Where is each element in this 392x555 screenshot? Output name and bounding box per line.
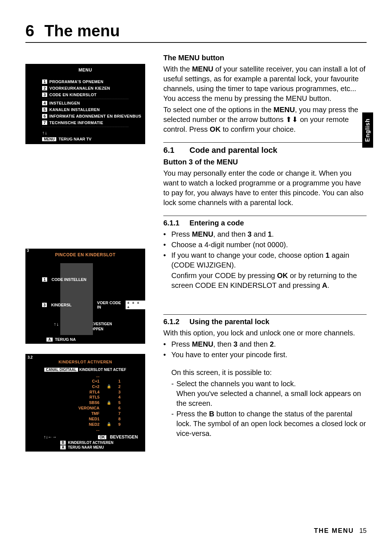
paragraph: Confirm your CODE by pressing OK or by r…	[171, 271, 367, 290]
channel-row: ...	[47, 373, 123, 379]
menu-item-label: KANALEN INSTALLEREN	[49, 107, 100, 112]
menu-item-number: 7	[42, 121, 47, 125]
menu-title: MENU	[25, 64, 145, 78]
chapter-title-text: The menu	[44, 22, 120, 40]
popup-overlay	[60, 263, 93, 335]
menu-item-label: TECHNISCHE INFORMATIE	[49, 121, 103, 125]
kinderslot-screenshot: 3.2 KINDERSLOT ACTIVEREN CANAL DIGITAAL …	[25, 354, 145, 452]
channel-row: NED18	[47, 416, 123, 422]
channel-name: C+2	[47, 384, 99, 389]
menu-key: MENU	[42, 137, 56, 141]
channel-number: 7	[118, 411, 123, 416]
a-text: TERUG NAAR MENU	[68, 445, 104, 449]
chapter-heading: 6 The menu	[25, 22, 367, 40]
paragraph: With the MENU of your satellite receiver…	[163, 64, 367, 103]
option-label: CODE INSTELLEN	[52, 277, 86, 282]
channel-number: 5	[118, 400, 123, 405]
channel-name: RTL4	[47, 389, 99, 395]
divider	[25, 42, 367, 43]
paragraph: On this screen, it is possible to:	[171, 368, 367, 378]
menu-item-number: 1	[42, 79, 47, 84]
channel-name: RTL5	[47, 395, 99, 400]
status-label: KINDERSLOT NIET ACTIEF	[79, 368, 126, 372]
channel-name: SBS6	[47, 400, 99, 405]
menu-item: 2VOORKEURKANALEN KIEZEN	[25, 85, 145, 91]
section-6.1-heading: 6.1Code and parental lock	[163, 145, 367, 156]
option-label: KINDERSL	[51, 303, 72, 307]
ok-key: OK	[98, 435, 106, 439]
channel-name: NED2	[47, 422, 99, 427]
paragraph: You may personally enter the code or cha…	[163, 168, 367, 208]
channel-name: TMF	[47, 411, 99, 416]
menu-button-heading: The MENU button	[163, 53, 367, 63]
option-number: 1	[42, 277, 47, 282]
bullet-item: • Press MENU, and then 3 and 1.	[163, 229, 367, 239]
channel-number: 6	[118, 405, 123, 411]
paragraph: With this option, you lock and unlock on…	[163, 328, 367, 338]
footer-label: THE MENU	[314, 527, 354, 534]
menu-item-number: 5	[42, 107, 47, 112]
menu-item-number: 4	[42, 101, 47, 105]
section-divider	[163, 142, 367, 143]
pincode-title: PINCODE EN KINDERSLOT	[25, 249, 145, 263]
channel-row: NED2🔒9	[47, 422, 123, 427]
channel-name: ...	[47, 373, 99, 379]
channel-row: VERONICA6	[47, 405, 123, 411]
menu-item: 4INSTELLINGEN	[25, 100, 145, 106]
bullet-item: • Choose a 4-digit number (not 0000).	[163, 240, 367, 250]
body-column: The MENU button With the MENU of your sa…	[163, 53, 367, 439]
channel-number: 2	[118, 384, 123, 389]
menu-item-number: 3	[42, 93, 47, 97]
channel-number: 8	[118, 416, 123, 422]
page-number: 15	[359, 527, 367, 534]
lock-icon: 🔒	[107, 400, 111, 405]
channel-number: 3	[118, 389, 123, 395]
a-foot-text: TERUG NA	[55, 337, 75, 342]
menu-item-label: VOORKEURKANALEN KIEZEN	[49, 86, 110, 90]
channel-name: VERONICA	[47, 405, 99, 411]
menu-item: 7TECHNISCHE INFORMATIE	[25, 119, 145, 126]
channel-number: 4	[118, 395, 123, 400]
b-text: KINDERSLOT ACTIVEREN	[68, 441, 113, 445]
menu-item-number: 2	[42, 86, 47, 90]
a-key: A	[46, 338, 53, 342]
pincode-screenshot: 3 PINCODE EN KINDERSLOT 1 CODE INSTELLEN…	[25, 249, 145, 344]
menu-item-number: 6	[42, 114, 47, 118]
chapter-number: 6	[25, 22, 40, 40]
page-footer: THE MENU 15	[314, 527, 367, 535]
dash-item: - Select the channels you want to lock.W…	[171, 379, 367, 408]
section-divider	[163, 216, 367, 216]
a-key: A	[60, 445, 66, 449]
channel-row: RTL43	[47, 389, 123, 395]
channel-name: C+1	[47, 379, 99, 384]
menu-item: 5KANALEN INSTALLEREN	[25, 106, 145, 113]
arrow-up-down-icon	[42, 130, 48, 135]
channel-row: C+2🔒2	[47, 384, 123, 389]
bullet-item: • Press MENU, then 3 and then 2.	[163, 339, 367, 349]
section-6.1.2-heading: 6.1.2Using the parental lock	[163, 317, 367, 327]
button3-heading: Button 3 of the MENU	[163, 157, 367, 167]
bullet-item: • You have to enter your pincode first.	[163, 350, 367, 360]
channel-row: TMF7	[47, 411, 123, 416]
arrow-icons: ⬆⬇	[286, 115, 298, 123]
menu-foot-text: TERUG NAAR TV	[58, 137, 91, 141]
menu-screenshot: MENU 1PROGRAMMA'S OPNEMEN2VOORKEURKANALE…	[25, 64, 145, 144]
menu-item: 6INFORMATIE ABONNEMENT EN BRIEVENBUS	[25, 113, 145, 119]
screen-index: 3.2	[28, 355, 33, 359]
enter-code-label: VOER CODE IN	[97, 301, 124, 309]
channel-row: C+11	[47, 379, 123, 384]
b-key: B	[60, 441, 66, 445]
menu-item-label: INSTELLINGEN	[49, 101, 80, 105]
language-tab: English	[362, 113, 373, 148]
ok-text: BEVESTIGEN	[110, 434, 138, 440]
section-divider	[163, 314, 367, 315]
channel-row: SBS6🔒5	[47, 400, 123, 405]
arrow-all-icon	[44, 434, 57, 440]
menu-item: 3CODE EN KINDERSLOT	[25, 91, 145, 98]
channel-name: ...	[47, 427, 99, 432]
menu-item: 1PROGRAMMA'S OPNEMEN	[25, 78, 145, 85]
bullet-item: • If you want to change your code, choos…	[163, 250, 367, 270]
provider-label: CANAL DIGITAAL	[44, 368, 78, 372]
channel-number: 1	[118, 379, 123, 384]
dash-item: - Press the B button to change the statu…	[171, 409, 367, 438]
